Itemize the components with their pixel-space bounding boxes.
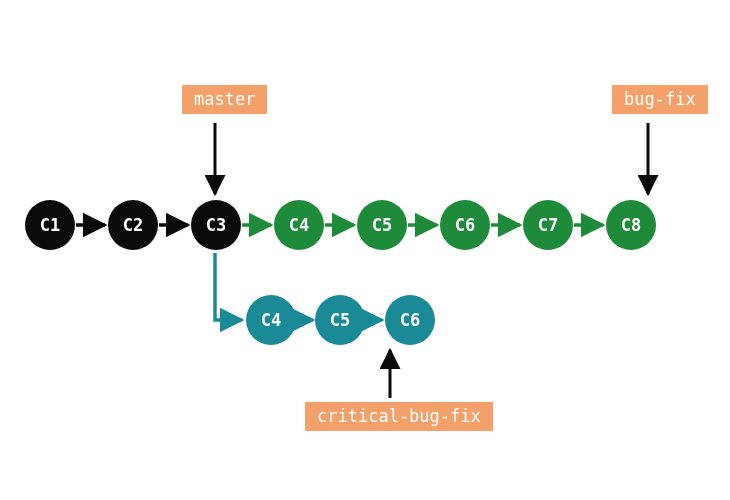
commit-crit-c4: C4 — [246, 295, 296, 345]
commit-c7: C7 — [523, 200, 573, 250]
commit-crit-c6: C6 — [385, 295, 435, 345]
commit-crit-c5: C5 — [315, 295, 365, 345]
critical-branch-label: critical-bug-fix — [305, 402, 493, 431]
commit-c3: C3 — [191, 200, 241, 250]
bugfix-branch-label: bug-fix — [612, 85, 708, 114]
commit-c5: C5 — [357, 200, 407, 250]
arrow-c3-critical-c4 — [215, 253, 242, 320]
commit-c4: C4 — [274, 200, 324, 250]
commit-c1: C1 — [25, 200, 75, 250]
commit-c2: C2 — [108, 200, 158, 250]
commit-c6: C6 — [440, 200, 490, 250]
master-branch-label: master — [182, 85, 267, 114]
commit-c8: C8 — [606, 200, 656, 250]
git-branch-diagram: master bug-fix critical-bug-fix C1 C2 C3… — [0, 0, 730, 500]
